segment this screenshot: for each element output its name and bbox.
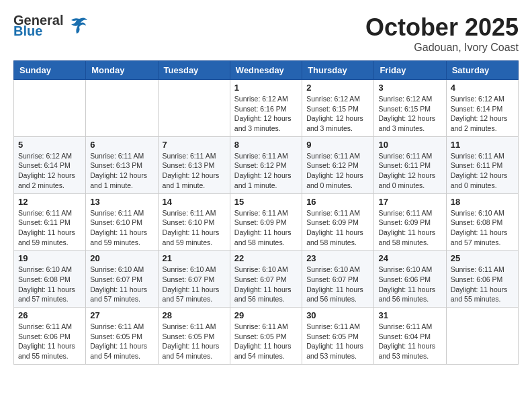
- day-info: Sunrise: 6:11 AM Sunset: 6:11 PM Dayligh…: [378, 151, 441, 191]
- calendar-cell: 10Sunrise: 6:11 AM Sunset: 6:11 PM Dayli…: [374, 136, 446, 193]
- day-number: 30: [306, 310, 369, 320]
- day-info: Sunrise: 6:11 AM Sunset: 6:09 PM Dayligh…: [234, 208, 298, 248]
- calendar-cell: 4Sunrise: 6:12 AM Sunset: 6:14 PM Daylig…: [446, 80, 518, 137]
- day-info: Sunrise: 6:11 AM Sunset: 6:05 PM Dayligh…: [163, 322, 226, 361]
- day-number: 22: [234, 253, 298, 263]
- logo-blue: Blue: [13, 24, 63, 38]
- day-number: 18: [451, 197, 514, 207]
- day-info: Sunrise: 6:10 AM Sunset: 6:08 PM Dayligh…: [18, 265, 81, 304]
- day-info: Sunrise: 6:11 AM Sunset: 6:12 PM Dayligh…: [306, 151, 369, 191]
- logo-icon: [66, 13, 90, 38]
- day-info: Sunrise: 6:12 AM Sunset: 6:15 PM Dayligh…: [306, 94, 369, 134]
- day-number: 27: [90, 310, 153, 320]
- calendar-cell: 8Sunrise: 6:11 AM Sunset: 6:12 PM Daylig…: [230, 136, 302, 193]
- location: Gadouan, Ivory Coast: [365, 42, 519, 54]
- calendar-cell: 2Sunrise: 6:12 AM Sunset: 6:15 PM Daylig…: [302, 80, 374, 137]
- page-header: General Blue October 2025 Gadouan, Ivory…: [13, 13, 519, 54]
- calendar-cell: [86, 80, 158, 137]
- day-info: Sunrise: 6:12 AM Sunset: 6:15 PM Dayligh…: [378, 94, 441, 134]
- day-info: Sunrise: 6:10 AM Sunset: 6:07 PM Dayligh…: [234, 265, 298, 304]
- calendar-week-row: 1Sunrise: 6:12 AM Sunset: 6:16 PM Daylig…: [14, 80, 519, 137]
- day-number: 3: [378, 83, 441, 93]
- day-info: Sunrise: 6:11 AM Sunset: 6:06 PM Dayligh…: [18, 322, 81, 361]
- day-number: 12: [18, 197, 81, 207]
- day-info: Sunrise: 6:11 AM Sunset: 6:09 PM Dayligh…: [306, 208, 369, 248]
- day-number: 15: [234, 197, 298, 207]
- calendar-cell: 22Sunrise: 6:10 AM Sunset: 6:07 PM Dayli…: [230, 250, 302, 308]
- calendar-cell: 31Sunrise: 6:11 AM Sunset: 6:04 PM Dayli…: [374, 308, 446, 365]
- day-number: 11: [451, 140, 514, 150]
- calendar-cell: 30Sunrise: 6:11 AM Sunset: 6:05 PM Dayli…: [302, 308, 374, 365]
- weekday-header: Wednesday: [230, 61, 302, 80]
- day-info: Sunrise: 6:12 AM Sunset: 6:16 PM Dayligh…: [234, 94, 298, 134]
- calendar-cell: 5Sunrise: 6:12 AM Sunset: 6:14 PM Daylig…: [14, 136, 86, 193]
- calendar-cell: 13Sunrise: 6:11 AM Sunset: 6:10 PM Dayli…: [86, 193, 158, 250]
- day-number: 6: [90, 140, 153, 150]
- calendar-cell: 18Sunrise: 6:10 AM Sunset: 6:08 PM Dayli…: [446, 193, 518, 250]
- month-title: October 2025: [365, 13, 519, 42]
- day-number: 19: [18, 253, 81, 263]
- day-number: 4: [451, 83, 514, 93]
- calendar-cell: 17Sunrise: 6:11 AM Sunset: 6:09 PM Dayli…: [374, 193, 446, 250]
- calendar-cell: [446, 308, 518, 365]
- calendar-cell: 3Sunrise: 6:12 AM Sunset: 6:15 PM Daylig…: [374, 80, 446, 137]
- calendar-week-row: 26Sunrise: 6:11 AM Sunset: 6:06 PM Dayli…: [14, 308, 519, 365]
- calendar-cell: 25Sunrise: 6:11 AM Sunset: 6:06 PM Dayli…: [446, 250, 518, 308]
- day-number: 2: [306, 83, 369, 93]
- calendar-cell: 19Sunrise: 6:10 AM Sunset: 6:08 PM Dayli…: [14, 250, 86, 308]
- weekday-header: Tuesday: [158, 61, 230, 80]
- calendar-cell: 23Sunrise: 6:10 AM Sunset: 6:07 PM Dayli…: [302, 250, 374, 308]
- calendar-cell: 6Sunrise: 6:11 AM Sunset: 6:13 PM Daylig…: [86, 136, 158, 193]
- calendar-cell: 15Sunrise: 6:11 AM Sunset: 6:09 PM Dayli…: [230, 193, 302, 250]
- day-info: Sunrise: 6:10 AM Sunset: 6:07 PM Dayligh…: [90, 265, 153, 304]
- day-number: 17: [378, 197, 441, 207]
- day-number: 10: [378, 140, 441, 150]
- calendar-cell: 20Sunrise: 6:10 AM Sunset: 6:07 PM Dayli…: [86, 250, 158, 308]
- day-number: 8: [234, 140, 298, 150]
- day-info: Sunrise: 6:11 AM Sunset: 6:13 PM Dayligh…: [90, 151, 153, 191]
- day-number: 29: [234, 310, 298, 320]
- calendar-cell: 27Sunrise: 6:11 AM Sunset: 6:05 PM Dayli…: [86, 308, 158, 365]
- weekday-header: Saturday: [446, 61, 518, 80]
- day-info: Sunrise: 6:10 AM Sunset: 6:07 PM Dayligh…: [306, 265, 369, 304]
- day-number: 25: [451, 253, 514, 263]
- title-block: October 2025 Gadouan, Ivory Coast: [365, 13, 519, 54]
- day-info: Sunrise: 6:11 AM Sunset: 6:13 PM Dayligh…: [163, 151, 226, 191]
- day-number: 31: [378, 310, 441, 320]
- day-info: Sunrise: 6:10 AM Sunset: 6:07 PM Dayligh…: [163, 265, 226, 304]
- day-info: Sunrise: 6:12 AM Sunset: 6:14 PM Dayligh…: [451, 94, 514, 134]
- day-info: Sunrise: 6:11 AM Sunset: 6:05 PM Dayligh…: [234, 322, 298, 361]
- day-number: 7: [163, 140, 226, 150]
- day-info: Sunrise: 6:10 AM Sunset: 6:08 PM Dayligh…: [451, 208, 514, 248]
- day-info: Sunrise: 6:11 AM Sunset: 6:11 PM Dayligh…: [18, 208, 81, 248]
- logo: General Blue: [13, 13, 90, 38]
- day-info: Sunrise: 6:11 AM Sunset: 6:10 PM Dayligh…: [90, 208, 153, 248]
- calendar-cell: 9Sunrise: 6:11 AM Sunset: 6:12 PM Daylig…: [302, 136, 374, 193]
- day-info: Sunrise: 6:11 AM Sunset: 6:06 PM Dayligh…: [451, 265, 514, 304]
- calendar-cell: 24Sunrise: 6:10 AM Sunset: 6:06 PM Dayli…: [374, 250, 446, 308]
- calendar-week-row: 12Sunrise: 6:11 AM Sunset: 6:11 PM Dayli…: [14, 193, 519, 250]
- day-info: Sunrise: 6:11 AM Sunset: 6:09 PM Dayligh…: [378, 208, 441, 248]
- day-number: 16: [306, 197, 369, 207]
- day-number: 1: [234, 83, 298, 93]
- day-number: 9: [306, 140, 369, 150]
- calendar: SundayMondayTuesdayWednesdayThursdayFrid…: [13, 60, 519, 365]
- calendar-cell: 7Sunrise: 6:11 AM Sunset: 6:13 PM Daylig…: [158, 136, 230, 193]
- day-info: Sunrise: 6:12 AM Sunset: 6:14 PM Dayligh…: [18, 151, 81, 191]
- weekday-header: Friday: [374, 61, 446, 80]
- calendar-cell: 14Sunrise: 6:11 AM Sunset: 6:10 PM Dayli…: [158, 193, 230, 250]
- calendar-week-row: 5Sunrise: 6:12 AM Sunset: 6:14 PM Daylig…: [14, 136, 519, 193]
- day-number: 24: [378, 253, 441, 263]
- calendar-week-row: 19Sunrise: 6:10 AM Sunset: 6:08 PM Dayli…: [14, 250, 519, 308]
- calendar-cell: [14, 80, 86, 137]
- day-info: Sunrise: 6:11 AM Sunset: 6:12 PM Dayligh…: [234, 151, 298, 191]
- day-info: Sunrise: 6:11 AM Sunset: 6:05 PM Dayligh…: [90, 322, 153, 361]
- day-number: 13: [90, 197, 153, 207]
- calendar-cell: 21Sunrise: 6:10 AM Sunset: 6:07 PM Dayli…: [158, 250, 230, 308]
- weekday-header: Sunday: [14, 61, 86, 80]
- calendar-cell: 28Sunrise: 6:11 AM Sunset: 6:05 PM Dayli…: [158, 308, 230, 365]
- calendar-cell: 11Sunrise: 6:11 AM Sunset: 6:11 PM Dayli…: [446, 136, 518, 193]
- weekday-header-row: SundayMondayTuesdayWednesdayThursdayFrid…: [14, 61, 519, 80]
- day-info: Sunrise: 6:11 AM Sunset: 6:04 PM Dayligh…: [378, 322, 441, 361]
- day-info: Sunrise: 6:11 AM Sunset: 6:10 PM Dayligh…: [163, 208, 226, 248]
